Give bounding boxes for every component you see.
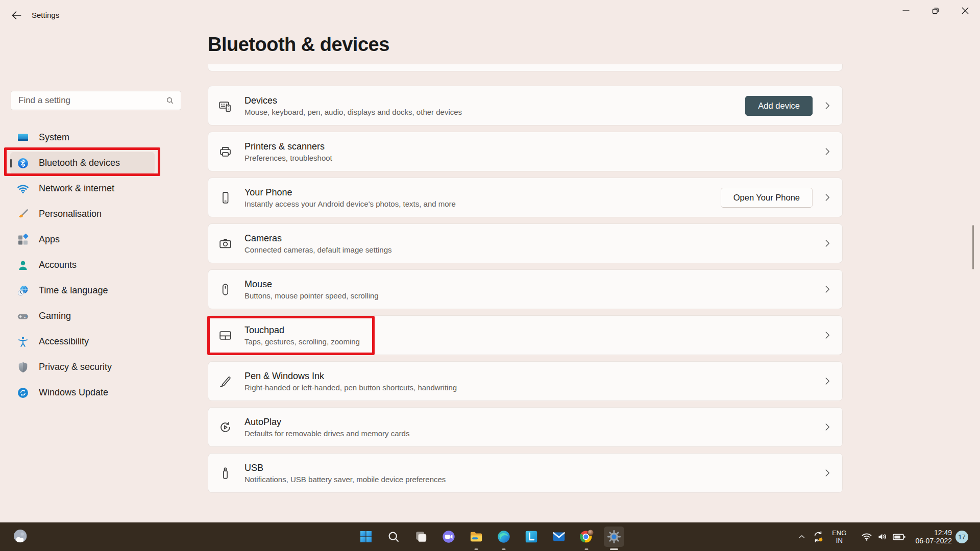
partial-card-above bbox=[208, 64, 843, 71]
taskbar-chat-button[interactable] bbox=[438, 527, 459, 547]
phone-icon bbox=[218, 191, 232, 205]
row-title: Printers & scanners bbox=[244, 141, 822, 152]
taskbar-task-view-button[interactable] bbox=[411, 527, 431, 547]
chevron-right-icon bbox=[822, 467, 833, 479]
row-subtitle: Right-handed or left-handed, pen button … bbox=[244, 383, 822, 392]
edge-icon bbox=[497, 530, 511, 544]
weather-widget-icon[interactable] bbox=[11, 528, 29, 545]
minimize-icon[interactable] bbox=[891, 0, 921, 21]
sidebar-item-personalisation[interactable]: Personalisation bbox=[10, 203, 155, 225]
usb-icon bbox=[218, 466, 232, 480]
taskbar-mail-button[interactable] bbox=[549, 527, 569, 547]
chevron-right-icon bbox=[822, 330, 833, 341]
sidebar-item-time-and-language[interactable]: Time & language bbox=[10, 280, 155, 302]
tray-chevron-up-icon[interactable] bbox=[797, 532, 806, 541]
date: 06-07-2022 bbox=[915, 537, 952, 545]
sidebar-item-label: Personalisation bbox=[39, 209, 102, 219]
search-input[interactable] bbox=[11, 95, 166, 106]
row-title: AutoPlay bbox=[244, 416, 822, 428]
taskbar-file-explorer-button[interactable] bbox=[466, 527, 486, 547]
settings-row-autoplay[interactable]: AutoPlayDefaults for removable drives an… bbox=[208, 407, 843, 447]
chrome-icon bbox=[579, 529, 594, 544]
mouse-icon bbox=[218, 283, 232, 296]
sidebar-item-bluetooth-and-devices[interactable]: Bluetooth & devices bbox=[10, 152, 155, 174]
pen-icon bbox=[218, 374, 232, 388]
settings-row-mouse[interactable]: MouseButtons, mouse pointer speed, scrol… bbox=[208, 269, 843, 309]
taskbar-app-l-button[interactable] bbox=[521, 527, 542, 547]
sidebar-item-accounts[interactable]: Accounts bbox=[10, 254, 155, 276]
settings-row-printers-and-scanners[interactable]: Printers & scannersPreferences, troubles… bbox=[208, 132, 843, 171]
row-title: Mouse bbox=[244, 279, 822, 290]
settings-row-touchpad[interactable]: TouchpadTaps, gestures, scrolling, zoomi… bbox=[208, 315, 843, 355]
windows-update-icon bbox=[17, 387, 29, 399]
scrollbar-thumb[interactable] bbox=[972, 225, 974, 269]
add-device-button[interactable]: Add device bbox=[745, 96, 813, 116]
taskbar-edge-button[interactable] bbox=[494, 527, 514, 547]
settings-list: DevicesMouse, keyboard, pen, audio, disp… bbox=[208, 64, 843, 499]
search-icon[interactable] bbox=[166, 96, 174, 105]
sidebar-item-label: Accounts bbox=[39, 260, 77, 270]
sidebar-item-label: Apps bbox=[39, 234, 60, 245]
sidebar-item-privacy-and-security[interactable]: Privacy & security bbox=[10, 356, 155, 378]
running-app-indicator bbox=[502, 548, 506, 550]
settings-row-cameras[interactable]: CamerasConnected cameras, default image … bbox=[208, 223, 843, 263]
accessibility-icon bbox=[17, 336, 29, 348]
chevron-right-icon bbox=[822, 238, 833, 249]
sidebar-item-network-and-internet[interactable]: Network & internet bbox=[10, 178, 155, 199]
open-your-phone-button[interactable]: Open Your Phone bbox=[721, 188, 813, 208]
row-title: Devices bbox=[244, 95, 745, 106]
gaming-icon bbox=[17, 310, 29, 322]
settings-row-your-phone[interactable]: Your PhoneInstantly access your Android … bbox=[208, 178, 843, 217]
network-icon bbox=[17, 183, 29, 195]
apps-icon bbox=[17, 234, 29, 246]
language-line2: IN bbox=[832, 537, 846, 544]
clock[interactable]: 12:49 06-07-2022 bbox=[915, 529, 952, 545]
settings-row-usb[interactable]: USBNotifications, USB battery saver, mob… bbox=[208, 453, 843, 493]
wifi-icon[interactable] bbox=[861, 531, 873, 543]
row-subtitle: Instantly access your Android device's p… bbox=[244, 199, 721, 209]
row-subtitle: Preferences, troubleshoot bbox=[244, 153, 822, 163]
touchpad-icon bbox=[218, 329, 232, 342]
restore-icon[interactable] bbox=[921, 0, 950, 21]
settings-row-pen-and-windows-ink[interactable]: Pen & Windows InkRight-handed or left-ha… bbox=[208, 361, 843, 401]
sidebar-item-gaming[interactable]: Gaming bbox=[10, 305, 155, 327]
sync-pending-icon[interactable] bbox=[812, 530, 825, 543]
volume-icon[interactable] bbox=[876, 531, 889, 543]
sidebar-item-apps[interactable]: Apps bbox=[10, 229, 155, 251]
system-tray: ENG IN 12:49 06-07-2022 17 bbox=[797, 522, 980, 551]
task-view-icon bbox=[414, 530, 428, 543]
battery-icon[interactable] bbox=[892, 530, 906, 544]
taskbar-search-button[interactable] bbox=[383, 527, 404, 547]
sidebar-item-windows-update[interactable]: Windows Update bbox=[10, 382, 155, 404]
taskbar-chrome-button[interactable] bbox=[576, 527, 597, 547]
app-l-icon bbox=[524, 530, 538, 544]
windows-settings-screen: { "window": { "title": "Settings" }, "si… bbox=[0, 0, 980, 551]
chevron-right-icon bbox=[822, 100, 833, 111]
taskbar-start-button[interactable] bbox=[356, 527, 376, 547]
chevron-right-icon bbox=[822, 375, 833, 387]
language-line1: ENG bbox=[832, 529, 846, 537]
taskbar-settings-button[interactable] bbox=[604, 527, 624, 547]
settings-icon bbox=[606, 529, 622, 544]
close-icon[interactable] bbox=[950, 0, 980, 21]
page-title: Bluetooth & devices bbox=[208, 34, 389, 56]
time: 12:49 bbox=[915, 529, 952, 537]
sidebar-nav: SystemBluetooth & devicesNetwork & inter… bbox=[0, 127, 194, 407]
settings-row-devices[interactable]: DevicesMouse, keyboard, pen, audio, disp… bbox=[208, 86, 843, 126]
search-box[interactable] bbox=[11, 91, 181, 110]
sidebar-item-label: System bbox=[39, 132, 69, 143]
sidebar-item-system[interactable]: System bbox=[10, 127, 155, 148]
sidebar: SystemBluetooth & devicesNetwork & inter… bbox=[0, 0, 194, 522]
row-subtitle: Taps, gestures, scrolling, zooming bbox=[244, 337, 822, 346]
notification-count-badge[interactable]: 17 bbox=[955, 531, 968, 543]
sidebar-item-label: Privacy & security bbox=[39, 362, 112, 372]
accounts-icon bbox=[17, 259, 29, 271]
chevron-right-icon bbox=[822, 146, 833, 157]
running-app-indicator bbox=[475, 548, 478, 550]
chevron-right-icon bbox=[822, 284, 833, 295]
taskbar-icons bbox=[356, 527, 624, 547]
system-icon bbox=[17, 132, 29, 144]
language-indicator[interactable]: ENG IN bbox=[832, 529, 846, 544]
sidebar-item-label: Accessibility bbox=[39, 336, 89, 347]
sidebar-item-accessibility[interactable]: Accessibility bbox=[10, 331, 155, 353]
